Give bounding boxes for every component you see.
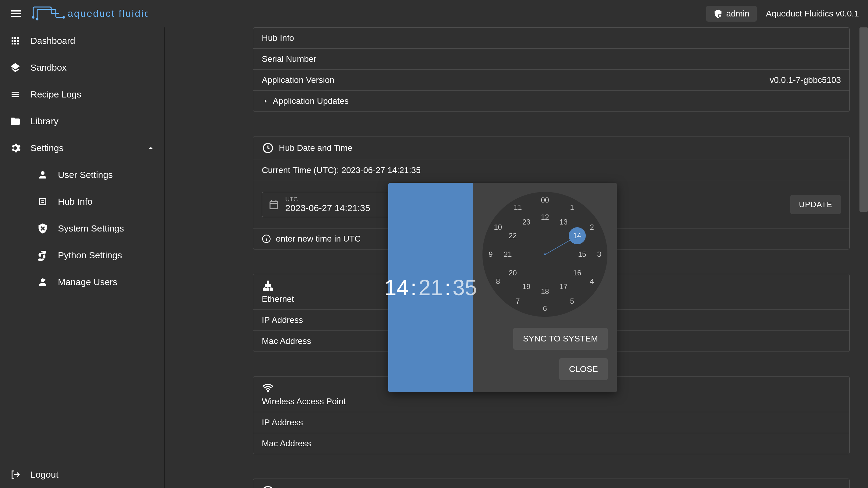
- hub-info-title: Hub Info: [262, 33, 294, 43]
- sidebar-item-hub-info[interactable]: Hub Info: [0, 188, 164, 215]
- clock-hour-22[interactable]: 22: [506, 229, 519, 242]
- chevron-up-icon: [147, 144, 155, 152]
- datetime-input[interactable]: UTC 2023-06-27 14:21:35: [262, 192, 408, 217]
- ethernet-icon: [262, 280, 274, 292]
- clock-hour-3[interactable]: 3: [592, 248, 606, 261]
- header-right: admin Aqueduct Fluidics v0.0.1: [706, 6, 859, 22]
- clock-hour-6[interactable]: 6: [538, 302, 552, 315]
- manage-users-icon: [37, 276, 49, 288]
- calendar-icon: [268, 199, 279, 210]
- sidebar-item-dashboard[interactable]: Dashboard: [0, 27, 164, 54]
- app-updates-row[interactable]: Application Updates: [253, 91, 849, 111]
- hub-info-card: Hub Info Serial Number Application Versi…: [253, 27, 850, 112]
- clock-hour-7[interactable]: 7: [511, 295, 525, 308]
- sidebar-item-label: Sandbox: [30, 62, 66, 73]
- date-time-title: Hub Date and Time: [279, 143, 352, 153]
- clock-panel: 001234567891011121314151617181920212223 …: [473, 183, 617, 392]
- time-separator: :: [410, 275, 416, 300]
- sandbox-icon: [9, 62, 21, 73]
- time-display: 14 : 21 : 35: [384, 275, 477, 300]
- settings-submenu: User Settings Hub Info System Settings P…: [0, 161, 164, 295]
- admin-badge[interactable]: admin: [706, 6, 757, 22]
- serial-number-row: Serial Number: [253, 49, 849, 70]
- clock-hour-16[interactable]: 16: [570, 266, 584, 280]
- current-time-row: Current Time (UTC): 2023-06-27 14:21:35: [253, 160, 849, 181]
- sync-to-system-button[interactable]: SYNC TO SYSTEM: [513, 328, 608, 350]
- user-icon: [37, 169, 49, 180]
- sidebar-item-user-settings[interactable]: User Settings: [0, 161, 164, 188]
- clock-hour-23[interactable]: 23: [520, 215, 533, 229]
- clock-icon: [262, 142, 274, 154]
- app-version-label: Application Version: [262, 75, 334, 85]
- recipe-logs-icon: [9, 89, 21, 100]
- app-updates-label: Application Updates: [273, 96, 349, 106]
- sidebar-item-label: Hub Info: [58, 196, 92, 207]
- minute-segment[interactable]: 21: [418, 275, 443, 300]
- clock-hour-21[interactable]: 21: [501, 248, 515, 261]
- clock-face[interactable]: 001234567891011121314151617181920212223: [483, 192, 608, 317]
- library-icon: [9, 116, 21, 127]
- clock-hour-20[interactable]: 20: [506, 266, 519, 280]
- clock-hour-4[interactable]: 4: [585, 275, 598, 288]
- clock-hour-1[interactable]: 1: [565, 201, 579, 214]
- hamburger-menu-button[interactable]: [9, 7, 23, 21]
- system-settings-icon: [37, 223, 49, 234]
- clock-hour-5[interactable]: 5: [565, 295, 579, 308]
- time-separator: :: [445, 275, 451, 300]
- sidebar-item-sandbox[interactable]: Sandbox: [0, 54, 164, 81]
- clock-hour-15[interactable]: 15: [576, 248, 589, 261]
- svg-point-2: [62, 16, 65, 19]
- clock-hour-12[interactable]: 12: [538, 210, 552, 224]
- settings-icon: [9, 142, 21, 154]
- sidebar-item-label: Logout: [30, 469, 59, 480]
- app-header: aqueduct fluidics admin Aqueduct Fluidic…: [0, 0, 868, 27]
- hour-segment[interactable]: 14: [384, 275, 409, 300]
- sidebar-item-library[interactable]: Library: [0, 108, 164, 135]
- sidebar-item-label: Recipe Logs: [30, 89, 82, 100]
- close-button[interactable]: CLOSE: [559, 358, 608, 380]
- sidebar-item-label: Manage Users: [58, 277, 117, 287]
- clock-hour-9[interactable]: 9: [484, 248, 497, 261]
- sidebar-item-label: Python Settings: [58, 250, 122, 260]
- scrollbar-thumb[interactable]: [860, 27, 868, 212]
- clock-hour-00[interactable]: 00: [538, 193, 552, 207]
- datetime-field-wrap: UTC 2023-06-27 14:21:35: [285, 196, 370, 213]
- dialog-buttons: SYNC TO SYSTEM CLOSE: [482, 328, 608, 380]
- sidebar-item-label: System Settings: [58, 223, 124, 234]
- wap-mac-label: Mac Address: [262, 438, 311, 448]
- clock-hour-11[interactable]: 11: [511, 201, 525, 214]
- clock-hour-2[interactable]: 2: [585, 221, 598, 234]
- sidebar-item-system-settings[interactable]: System Settings: [0, 215, 164, 242]
- time-display-panel: 14 : 21 : 35: [388, 183, 473, 392]
- sidebar-item-recipe-logs[interactable]: Recipe Logs: [0, 81, 164, 108]
- sidebar-item-python-settings[interactable]: Python Settings: [0, 242, 164, 269]
- clock-hour-17[interactable]: 17: [557, 280, 570, 293]
- clock-hour-10[interactable]: 10: [491, 221, 505, 234]
- sidebar-item-logout[interactable]: Logout: [0, 461, 164, 488]
- wifi-header: WiFi: [253, 479, 849, 488]
- chevron-right-icon: [262, 97, 269, 105]
- logout-icon: [9, 469, 21, 480]
- sidebar-item-manage-users[interactable]: Manage Users: [0, 269, 164, 295]
- svg-point-0: [32, 16, 34, 19]
- python-icon: [37, 250, 49, 261]
- clock-hour-18[interactable]: 18: [538, 285, 552, 298]
- clock-center: [544, 254, 546, 255]
- clock-hour-13[interactable]: 13: [557, 215, 570, 229]
- svg-text:aqueduct fluidics: aqueduct fluidics: [68, 8, 148, 19]
- app-logo: aqueduct fluidics: [32, 5, 148, 23]
- sidebar-item-label: Library: [30, 116, 59, 126]
- wifi-icon: [262, 382, 274, 394]
- clock-hour-19[interactable]: 19: [520, 280, 533, 293]
- clock-hour-14[interactable]: 14: [569, 227, 586, 244]
- second-segment[interactable]: 35: [453, 275, 477, 300]
- wifi-card: WiFi IP Address Mac Address ESSID Find N…: [253, 479, 850, 488]
- wap-title: Wireless Access Point: [262, 397, 346, 406]
- scrollbar-track[interactable]: [860, 27, 868, 488]
- sidebar-item-settings[interactable]: Settings: [0, 135, 164, 161]
- wap-ip-row: IP Address: [253, 412, 849, 433]
- wap-mac-row: Mac Address: [253, 433, 849, 454]
- clock-hour-8[interactable]: 8: [491, 275, 505, 288]
- update-button[interactable]: UPDATE: [790, 195, 841, 214]
- sidebar: Dashboard Sandbox Recipe Logs Library Se…: [0, 27, 164, 488]
